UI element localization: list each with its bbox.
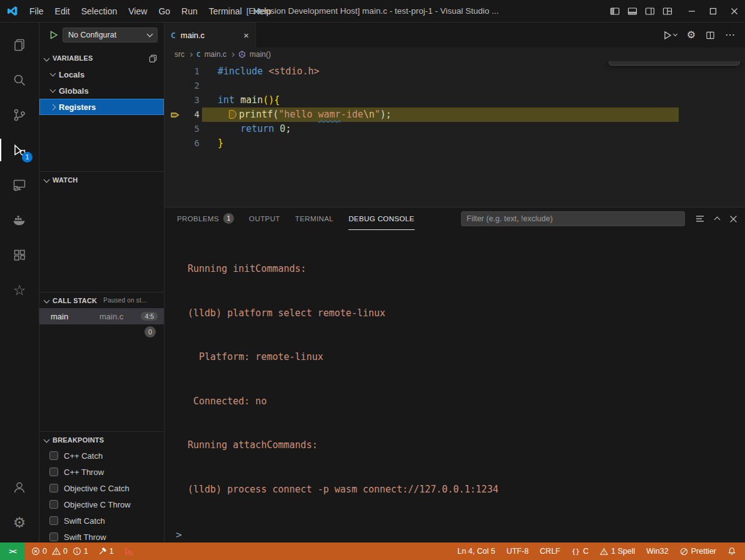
toolchain-status[interactable]: 1 <box>98 547 114 556</box>
run-or-debug-icon[interactable] <box>663 31 677 40</box>
tab-close-icon[interactable]: × <box>243 30 249 41</box>
remote-indicator[interactable]: >< <box>0 542 25 560</box>
current-instruction-pointer-icon[interactable] <box>165 108 186 122</box>
breadcrumb-symbol[interactable]: main() <box>250 50 271 59</box>
glyph-margin[interactable] <box>165 93 186 108</box>
warning-icon <box>52 547 61 556</box>
console-filter-input[interactable] <box>461 211 685 226</box>
formatter-status[interactable]: Prettier <box>680 547 716 556</box>
menu-edit[interactable]: Edit <box>49 3 76 19</box>
extensions-icon[interactable] <box>0 238 39 272</box>
checkbox[interactable] <box>49 516 58 525</box>
console-lines-icon[interactable] <box>695 214 705 224</box>
menu-go[interactable]: Go <box>153 3 176 19</box>
platform-indicator[interactable]: Win32 <box>646 547 668 556</box>
code-editor[interactable]: 1 #include <stdio.h> 2 3 int main(){ <box>165 61 745 207</box>
toggle-sidebar-icon[interactable] <box>610 6 620 16</box>
panel-close-icon[interactable] <box>729 215 737 223</box>
search-icon[interactable] <box>0 62 39 98</box>
cursor-position[interactable]: Ln 4, Col 5 <box>457 547 495 556</box>
breakpoint-swift-catch[interactable]: Swift Catch <box>39 512 164 529</box>
launch-configuration-dropdown[interactable]: No Configurat <box>63 28 158 42</box>
toggle-secondary-sidebar-icon[interactable] <box>645 6 655 16</box>
account-icon[interactable] <box>0 470 39 505</box>
variables-item-locals[interactable]: Locals <box>39 66 164 82</box>
glyph-margin[interactable] <box>165 79 186 93</box>
breadcrumb-src[interactable]: src <box>175 50 185 59</box>
breakpoint-cpp-catch[interactable]: C++ Catch <box>39 448 164 464</box>
debug-status-icon[interactable] <box>124 547 133 556</box>
menu-file[interactable]: File <box>24 3 49 19</box>
tab-debug-console[interactable]: DEBUG CONSOLE <box>348 208 415 230</box>
problems-status[interactable]: 0 0 1 <box>31 547 88 556</box>
debug-console-output[interactable]: Running initCommands: (lldb) platform se… <box>165 230 745 526</box>
docker-icon[interactable] <box>0 202 39 238</box>
customize-layout-icon[interactable] <box>662 6 672 16</box>
language-mode[interactable]: {}C <box>572 547 589 556</box>
toolbar-drag-handle[interactable] <box>613 61 622 64</box>
watch-section-header[interactable]: WATCH <box>39 171 164 188</box>
continue-icon[interactable] <box>624 61 640 64</box>
explorer-icon[interactable] <box>0 28 39 62</box>
chevron-down-icon <box>44 298 50 304</box>
menu-terminal[interactable]: Terminal <box>203 3 248 19</box>
maximize-button[interactable] <box>702 0 724 22</box>
tab-problems[interactable]: PROBLEMS1 <box>177 208 234 230</box>
menu-selection[interactable]: Selection <box>76 3 123 19</box>
glyph-margin[interactable] <box>165 122 186 136</box>
tab-terminal[interactable]: TERMINAL <box>295 208 333 230</box>
breakpoint-label: Swift Throw <box>64 532 106 542</box>
panel-expand-icon[interactable] <box>714 217 721 223</box>
remote-targets-icon[interactable] <box>0 168 39 202</box>
close-button[interactable] <box>724 0 745 22</box>
variables-section-header[interactable]: VARIABLES <box>39 50 164 66</box>
breakpoint-objc-throw[interactable]: Objective C Throw <box>39 496 164 512</box>
glyph-margin[interactable] <box>165 136 186 151</box>
toggle-panel-icon[interactable] <box>627 6 637 16</box>
symbol-method-icon <box>238 51 246 58</box>
circle-slash-icon <box>680 548 688 556</box>
checkbox[interactable] <box>49 451 58 460</box>
glyph-margin[interactable] <box>165 64 186 79</box>
menu-view[interactable]: View <box>123 3 153 19</box>
variables-item-globals[interactable]: Globals <box>39 82 164 99</box>
call-stack-section-header[interactable]: CALL STACK Paused on st... <box>39 292 164 308</box>
breadcrumb-file[interactable]: main.c <box>205 50 226 59</box>
source-control-icon[interactable] <box>0 98 39 132</box>
settings-gear-icon[interactable]: ⚙ <box>687 30 696 40</box>
eol-indicator[interactable]: CRLF <box>540 547 560 556</box>
breakpoints-section-header[interactable]: BREAKPOINTS <box>39 431 164 448</box>
split-editor-icon[interactable] <box>706 31 715 40</box>
checkbox[interactable] <box>49 468 58 476</box>
inline-breakpoint-icon[interactable] <box>229 110 236 119</box>
more-actions-icon[interactable]: ⋯ <box>725 30 735 40</box>
minimize-button[interactable] <box>681 0 702 22</box>
code-line-3: 3 int main(){ <box>165 93 745 108</box>
disconnect-icon[interactable] <box>714 61 731 64</box>
star-icon[interactable]: ☆ <box>0 272 39 308</box>
code-token: \n <box>363 109 375 120</box>
breakpoint-swift-throw[interactable]: Swift Throw <box>39 529 164 542</box>
encoding-indicator[interactable]: UTF-8 <box>507 547 529 556</box>
variables-actions-icon[interactable] <box>148 54 158 63</box>
step-over-icon[interactable] <box>642 61 658 64</box>
settings-gear-icon[interactable]: ⚙ <box>0 505 39 540</box>
restart-icon[interactable] <box>696 61 712 64</box>
run-and-debug-icon[interactable]: 1 <box>0 132 39 168</box>
spell-checker-status[interactable]: 1 Spell <box>600 547 635 556</box>
tab-main-c[interactable]: C main.c × <box>165 22 256 48</box>
checkbox[interactable] <box>49 500 58 509</box>
step-out-icon[interactable] <box>678 61 694 64</box>
breakpoint-objc-catch[interactable]: Objective C Catch <box>39 480 164 496</box>
debug-console-input[interactable]: > <box>165 526 745 542</box>
breakpoint-cpp-throw[interactable]: C++ Throw <box>39 464 164 480</box>
start-debugging-icon[interactable] <box>49 31 58 39</box>
tab-output[interactable]: OUTPUT <box>249 208 280 230</box>
step-into-icon[interactable] <box>660 61 676 64</box>
menu-run[interactable]: Run <box>176 3 203 19</box>
call-stack-frame-row[interactable]: main main.c 4:5 <box>39 308 164 324</box>
checkbox[interactable] <box>49 484 58 492</box>
checkbox[interactable] <box>49 532 58 541</box>
notifications-bell-icon[interactable] <box>727 547 736 556</box>
variables-item-registers[interactable]: Registers <box>39 99 164 115</box>
